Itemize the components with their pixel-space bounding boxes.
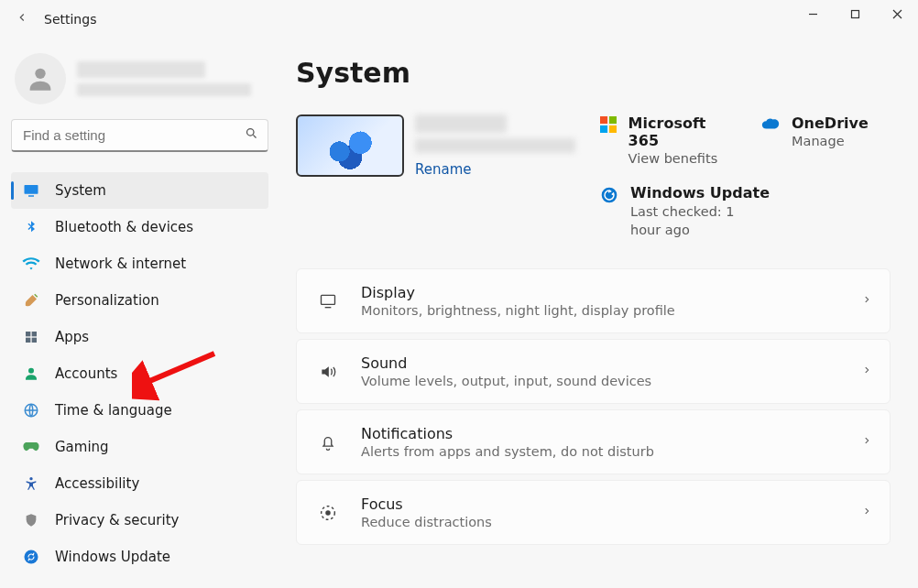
sync-icon bbox=[599, 184, 619, 204]
row-subtitle: Volume levels, output, input, sound devi… bbox=[361, 374, 842, 388]
sidebar-item-label: System bbox=[55, 182, 106, 199]
row-subtitle: Monitors, brightness, night light, displ… bbox=[361, 303, 842, 318]
svg-point-11 bbox=[28, 368, 34, 374]
info-row: Rename Microsoft 365 View benefits bbox=[296, 114, 891, 239]
svg-rect-15 bbox=[600, 116, 607, 124]
search-box[interactable] bbox=[11, 119, 268, 152]
svg-rect-10 bbox=[32, 338, 37, 343]
account-card[interactable] bbox=[15, 53, 268, 104]
bell-icon bbox=[315, 432, 341, 452]
person-icon bbox=[22, 365, 40, 383]
minimize-button[interactable] bbox=[792, 0, 834, 27]
tile-m365-sub: View benefits bbox=[628, 151, 729, 166]
app-title: Settings bbox=[44, 12, 96, 27]
sidebar-item-update[interactable]: Windows Update bbox=[11, 539, 268, 575]
tile-onedrive[interactable]: OneDrive Manage bbox=[760, 114, 891, 166]
page-title: System bbox=[296, 57, 891, 89]
sidebar-item-bluetooth[interactable]: Bluetooth & devices bbox=[11, 209, 268, 245]
sidebar-item-privacy[interactable]: Privacy & security bbox=[11, 502, 268, 539]
monitor-icon bbox=[22, 181, 40, 200]
tile-m365[interactable]: Microsoft 365 View benefits bbox=[599, 114, 729, 166]
wifi-icon bbox=[22, 255, 40, 273]
svg-point-2 bbox=[35, 69, 45, 79]
gamepad-icon bbox=[22, 438, 40, 456]
rename-link[interactable]: Rename bbox=[415, 161, 575, 178]
device-card: Rename bbox=[296, 114, 575, 178]
monitor-outline-icon bbox=[315, 292, 341, 310]
chevron-right-icon bbox=[862, 293, 871, 309]
sidebar-item-gaming[interactable]: Gaming bbox=[11, 429, 268, 465]
sidebar-item-accounts[interactable]: Accounts bbox=[11, 355, 268, 392]
sync-icon bbox=[22, 548, 40, 566]
row-title: Focus bbox=[361, 495, 842, 513]
row-subtitle: Alerts from apps and system, do not dist… bbox=[361, 444, 842, 459]
settings-rows: Display Monitors, brightness, night ligh… bbox=[296, 268, 891, 545]
sidebar-item-accessibility[interactable]: Accessibility bbox=[11, 465, 268, 502]
tile-onedrive-title: OneDrive bbox=[792, 114, 869, 132]
sidebar-item-label: Accounts bbox=[55, 365, 117, 382]
svg-rect-18 bbox=[609, 125, 617, 133]
speaker-icon bbox=[315, 363, 341, 381]
globe-icon bbox=[22, 401, 40, 419]
window-controls bbox=[792, 0, 918, 27]
tile-update-title: Windows Update bbox=[630, 184, 770, 201]
sidebar-item-label: Privacy & security bbox=[55, 512, 179, 528]
row-subtitle: Reduce distractions bbox=[361, 515, 842, 529]
sidebar-item-network[interactable]: Network & internet bbox=[11, 245, 268, 282]
tile-update-sub: Last checked: 1 hour ago bbox=[630, 203, 768, 239]
sidebar-item-system[interactable]: System bbox=[11, 172, 268, 209]
account-name-redacted bbox=[77, 61, 251, 96]
maximize-button[interactable] bbox=[834, 0, 876, 27]
titlebar: Settings bbox=[0, 0, 918, 38]
row-display[interactable]: Display Monitors, brightness, night ligh… bbox=[296, 268, 891, 333]
accessibility-icon bbox=[22, 474, 40, 493]
sidebar-item-label: Personalization bbox=[55, 292, 159, 309]
sidebar-item-label: Bluetooth & devices bbox=[55, 219, 193, 235]
tile-onedrive-sub: Manage bbox=[792, 134, 869, 148]
row-title: Sound bbox=[361, 354, 842, 372]
sidebar-item-label: Windows Update bbox=[55, 549, 170, 565]
row-title: Notifications bbox=[361, 425, 842, 442]
svg-rect-16 bbox=[609, 116, 617, 124]
close-button[interactable] bbox=[876, 0, 918, 27]
svg-line-4 bbox=[253, 135, 256, 137]
row-notifications[interactable]: Notifications Alerts from apps and syste… bbox=[296, 409, 891, 474]
svg-rect-7 bbox=[26, 332, 30, 336]
sidebar-item-apps[interactable]: Apps bbox=[11, 319, 268, 355]
onedrive-icon bbox=[760, 114, 781, 131]
svg-rect-17 bbox=[600, 125, 607, 133]
tile-windows-update[interactable]: Windows Update Last checked: 1 hour ago bbox=[599, 184, 891, 239]
chevron-right-icon bbox=[862, 364, 871, 379]
svg-point-14 bbox=[25, 550, 38, 564]
m365-icon bbox=[599, 114, 617, 133]
sidebar-item-label: Time & language bbox=[55, 402, 172, 419]
promo-tiles: Microsoft 365 View benefits OneDrive Man… bbox=[599, 114, 891, 239]
nav-list: System Bluetooth & devices Network & int… bbox=[11, 172, 268, 575]
row-sound[interactable]: Sound Volume levels, output, input, soun… bbox=[296, 339, 891, 404]
chevron-right-icon bbox=[862, 434, 871, 450]
row-title: Display bbox=[361, 284, 842, 301]
sidebar-item-label: Apps bbox=[55, 329, 89, 345]
device-model-redacted bbox=[415, 138, 575, 153]
search-input[interactable] bbox=[23, 127, 245, 143]
svg-point-19 bbox=[602, 188, 617, 203]
svg-rect-9 bbox=[26, 338, 30, 343]
sidebar-item-label: Network & internet bbox=[55, 256, 186, 272]
chevron-right-icon bbox=[862, 505, 871, 520]
device-name-redacted bbox=[415, 114, 507, 133]
svg-point-13 bbox=[29, 477, 32, 480]
avatar bbox=[15, 53, 66, 104]
tile-m365-title: Microsoft 365 bbox=[628, 114, 729, 149]
svg-point-3 bbox=[247, 129, 255, 136]
back-button[interactable] bbox=[15, 11, 29, 27]
svg-point-23 bbox=[325, 510, 331, 516]
device-thumbnail[interactable] bbox=[296, 114, 404, 177]
svg-rect-20 bbox=[322, 295, 335, 304]
sidebar-item-label: Accessibility bbox=[55, 475, 139, 492]
focus-icon bbox=[315, 503, 341, 523]
shield-icon bbox=[22, 511, 40, 529]
svg-rect-6 bbox=[28, 195, 34, 197]
sidebar-item-time[interactable]: Time & language bbox=[11, 392, 268, 429]
row-focus[interactable]: Focus Reduce distractions bbox=[296, 480, 891, 545]
sidebar-item-personalization[interactable]: Personalization bbox=[11, 282, 268, 319]
